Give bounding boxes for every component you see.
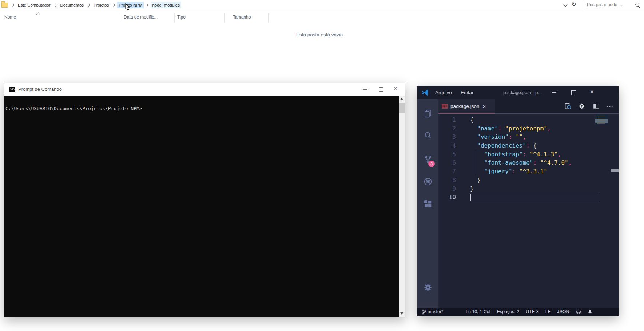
terminal-prompt-text[interactable]: C:\Users\USUARIO\Documents\Projetos\Proj… — [5, 106, 142, 111]
vscode-minimize-button[interactable] — [547, 86, 561, 99]
code-line: 8 } — [438, 176, 619, 185]
cmd-icon: C:\ — [9, 87, 15, 92]
line-number: 10 — [438, 193, 456, 202]
vscode-maximize-button[interactable] — [566, 86, 581, 99]
breadcrumb-item[interactable]: Projetos — [92, 2, 110, 8]
editor-scrollbar-thumb[interactable] — [611, 169, 619, 172]
branch-label: master* — [428, 309, 443, 314]
sort-ascending-icon — [36, 12, 40, 16]
activity-bar: 3 — [417, 99, 438, 308]
scrollbar-thumb[interactable] — [399, 103, 405, 113]
npm-icon: npm — [442, 104, 448, 109]
explorer-files-icon[interactable] — [417, 104, 438, 123]
tab-package-json[interactable]: npm package.json × — [438, 99, 495, 114]
scm-badge: 3 — [428, 161, 435, 167]
search-input[interactable] — [584, 0, 636, 9]
desktop: Este ComputadorDocumentosProjetosProjeto… — [0, 0, 644, 331]
code-block: 1{2 "name": "projetonpm",3 "version": ""… — [438, 116, 619, 202]
breadcrumb-chevron-icon — [87, 3, 90, 6]
column-header-name[interactable]: Nome — [4, 15, 16, 20]
column-header-type[interactable]: Tipo — [177, 15, 186, 20]
code-line: 9} — [438, 185, 619, 193]
git-branch-icon — [422, 309, 426, 315]
editor-actions: ··· — [564, 99, 614, 113]
column-header-size[interactable]: Tamanho — [233, 15, 251, 20]
scroll-down-icon[interactable] — [400, 312, 403, 315]
scroll-up-icon[interactable] — [400, 98, 403, 100]
toolbar-divider — [583, 1, 583, 9]
breadcrumb-item[interactable]: Este Computador — [16, 2, 52, 8]
status-language[interactable]: JSON — [557, 309, 569, 314]
status-branch[interactable]: master* — [417, 309, 443, 315]
cmd-window-title: Prompt de Comando — [18, 86, 62, 92]
breadcrumb-chevron-icon — [146, 3, 148, 6]
extensions-icon[interactable] — [417, 195, 438, 214]
open-changes-icon[interactable] — [578, 102, 586, 110]
line-number: 7 — [438, 167, 456, 176]
vscode-window: Arquivo Editar package.json - p... × — [417, 86, 619, 316]
column-header-modified[interactable]: Data de modific... — [124, 15, 158, 20]
cmd-close-button[interactable]: × — [389, 83, 405, 96]
vscode-logo-icon — [421, 89, 429, 98]
split-editor-icon[interactable] — [592, 102, 600, 110]
line-number: 5 — [438, 150, 456, 159]
address-dropdown-chevron-icon[interactable] — [563, 3, 567, 7]
cmd-maximize-button[interactable] — [373, 83, 389, 96]
open-preview-icon[interactable] — [564, 102, 572, 110]
breadcrumb: Este ComputadorDocumentosProjetosProjeto… — [9, 0, 181, 10]
breadcrumb-item[interactable]: Documentos — [59, 2, 86, 8]
vscode-titlebar[interactable]: Arquivo Editar package.json - p... × — [417, 86, 619, 99]
debug-icon[interactable] — [417, 172, 438, 191]
line-number: 9 — [438, 185, 456, 193]
code-line: 7 "jquery": "^3.3.1" — [438, 167, 619, 176]
search-panel-icon[interactable] — [417, 126, 438, 145]
source-control-icon[interactable]: 3 — [417, 150, 438, 169]
vscode-window-title: package.json - p... — [503, 86, 542, 99]
status-eol[interactable]: LF — [545, 309, 551, 314]
line-number: 3 — [438, 133, 456, 141]
settings-gear-icon[interactable] — [417, 279, 438, 296]
column-divider[interactable] — [268, 13, 269, 23]
vscode-close-button[interactable]: × — [586, 86, 600, 99]
folder-icon — [1, 3, 8, 8]
refresh-icon[interactable]: ↻ — [572, 1, 576, 8]
text-cursor — [470, 194, 471, 201]
indent-guide — [477, 150, 477, 176]
status-cursor-position[interactable]: Ln 10, 1 Col — [466, 309, 490, 314]
line-number: 1 — [438, 116, 456, 124]
breadcrumb-chevron-icon — [11, 3, 14, 6]
empty-folder-message: Esta pasta está vazia. — [296, 32, 344, 37]
status-indentation[interactable]: Espaços: 2 — [497, 309, 519, 314]
code-line: 5 "bootstrap": "^4.1.3", — [438, 150, 619, 159]
code-line: 6 "font-awesome": "^4.7.0", — [438, 158, 619, 167]
status-encoding[interactable]: UTF-8 — [526, 309, 538, 314]
breadcrumb-item[interactable]: Projeto NPM — [117, 2, 144, 8]
tab-close-icon[interactable]: × — [483, 103, 486, 109]
status-bar: master* Ln 10, 1 Col Espaços: 2 UTF-8 LF… — [417, 308, 619, 316]
more-actions-icon[interactable]: ··· — [606, 102, 614, 110]
column-divider[interactable] — [120, 13, 120, 23]
code-line: 2 "name": "projetonpm", — [438, 124, 619, 133]
column-divider[interactable] — [174, 13, 175, 23]
search-icon[interactable] — [635, 3, 639, 7]
code-line: 3 "version": "", — [438, 133, 619, 141]
cmd-minimize-button[interactable] — [357, 83, 373, 96]
cmd-titlebar[interactable]: C:\ Prompt de Comando × — [4, 83, 405, 96]
menu-editar[interactable]: Editar — [458, 86, 476, 99]
feedback-smiley-icon[interactable]: ☺ — [576, 309, 581, 314]
line-number: 4 — [438, 141, 456, 150]
explorer-address-bar: Este ComputadorDocumentosProjetosProjeto… — [0, 0, 644, 10]
code-line: 4 "dependencies": { — [438, 141, 619, 150]
column-divider[interactable] — [224, 13, 225, 23]
code-line: 10 — [438, 193, 619, 202]
breadcrumb-chevron-icon — [112, 3, 115, 6]
tab-label: package.json — [450, 104, 480, 109]
code-editor[interactable]: 1{2 "name": "projetonpm",3 "version": ""… — [438, 114, 619, 308]
terminal-scrollbar[interactable] — [399, 96, 405, 317]
line-number: 6 — [438, 158, 456, 167]
breadcrumb-item[interactable]: node_modules — [151, 2, 181, 8]
minimap[interactable] — [595, 115, 614, 124]
menu-arquivo[interactable]: Arquivo — [433, 86, 454, 99]
notifications-bell-icon[interactable] — [588, 309, 592, 315]
line-number: 2 — [438, 124, 456, 133]
